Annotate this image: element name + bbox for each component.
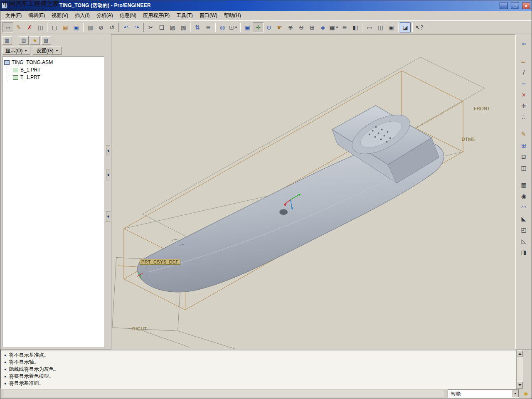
user-status-icon[interactable]: ◉: [522, 391, 529, 397]
hole-icon[interactable]: ◉: [518, 191, 529, 201]
model-tree[interactable]: TING_TONG.ASM B_1.PRT T_1.PRT: [2, 57, 104, 347]
datum-point-icon[interactable]: ×: [518, 89, 529, 100]
round-icon[interactable]: ◠: [518, 202, 529, 212]
favorites-tab-icon[interactable]: ★: [30, 36, 40, 45]
cut-icon[interactable]: ✂: [145, 22, 156, 32]
menu-file[interactable]: 文件(F): [2, 11, 25, 20]
reorient-icon[interactable]: ◈: [318, 22, 328, 32]
selection-filter-icon[interactable]: ⊡: [228, 22, 239, 32]
new-window-icon[interactable]: ▭: [364, 22, 375, 32]
minimize-button[interactable]: _: [500, 2, 508, 9]
menu-analysis[interactable]: 分析(A): [93, 11, 116, 20]
tile-windows-icon[interactable]: ◫: [375, 22, 386, 32]
tree-row[interactable]: T_1.PRT: [12, 74, 103, 81]
chamfer-icon[interactable]: ◣: [518, 213, 529, 224]
update-list-icon[interactable]: ≡: [203, 22, 214, 32]
paste-icon[interactable]: ▨: [167, 22, 178, 32]
sketch-tool-icon[interactable]: ▱: [2, 22, 13, 32]
menu-view[interactable]: 视图(V): [48, 11, 71, 20]
combo-dropdown-button[interactable]: [512, 390, 519, 397]
undo-icon[interactable]: ↶: [121, 22, 131, 32]
phone-model[interactable]: [138, 106, 444, 292]
mirror-icon[interactable]: ◨: [518, 247, 529, 257]
history-tab-icon[interactable]: ▧: [41, 36, 51, 45]
paste-special-icon[interactable]: ▧: [178, 22, 189, 32]
menu-insert[interactable]: 插入(I): [71, 11, 93, 20]
message-scrollbar[interactable]: [516, 350, 523, 389]
shell-icon[interactable]: ◰: [518, 224, 529, 235]
menu-help[interactable]: 帮助(H): [221, 11, 244, 20]
folder-browser-tab-icon[interactable]: ▤: [19, 36, 29, 45]
delete-old-versions-icon[interactable]: ↺: [106, 22, 117, 32]
saved-views-icon[interactable]: ▦: [328, 22, 339, 32]
datum-curve-icon[interactable]: ∼: [518, 78, 529, 89]
menu-tools[interactable]: 工具(T): [173, 11, 196, 20]
datum-axis-icon[interactable]: ∕: [518, 67, 529, 77]
maximize-button[interactable]: □: [511, 2, 519, 9]
menu-window[interactable]: 窗口(W): [196, 11, 221, 20]
open-file-icon[interactable]: ▤: [60, 22, 71, 32]
collapse-panel-button[interactable]: [106, 145, 110, 156]
message-line: ● 将要显示着色模型。: [4, 373, 512, 380]
repeat-component-icon[interactable]: ◫: [518, 163, 529, 173]
panel-splitter[interactable]: [105, 34, 111, 350]
layers-icon[interactable]: ≡: [339, 22, 350, 32]
scroll-track[interactable]: [517, 357, 523, 382]
close-button[interactable]: ×: [522, 2, 530, 9]
view-mode-icon[interactable]: ⊙: [264, 22, 274, 32]
erase-display-icon[interactable]: ⊘: [96, 22, 106, 32]
search-icon[interactable]: ◎: [217, 22, 228, 32]
pan-icon[interactable]: ☛: [274, 22, 285, 32]
datum-csys-icon[interactable]: ✛: [518, 101, 529, 111]
dtm5-plane-label[interactable]: DTM5: [462, 137, 475, 142]
graphics-area[interactable]: FRONT DTM5 PRT_CSYS_DEF RIGHT: [111, 34, 516, 350]
pattern-icon[interactable]: ▦: [518, 180, 529, 190]
zoom-fit-icon[interactable]: ⊞: [307, 22, 318, 32]
edit-tool-icon[interactable]: ✎: [13, 22, 24, 32]
csys-label[interactable]: PRT_CSYS_DEF: [140, 259, 180, 265]
collapse-panel-button[interactable]: [106, 211, 110, 222]
sketch-feature-icon[interactable]: ✎: [518, 129, 529, 139]
draft-icon[interactable]: ◺: [518, 236, 529, 246]
title-bar[interactable]: TING_TONG (活动的) - Pro/ENGINEER _ □ ×: [0, 0, 532, 11]
spin-center-icon[interactable]: ✛: [253, 22, 264, 32]
tree-root-row[interactable]: TING_TONG.ASM: [3, 59, 103, 66]
show-menu-button[interactable]: 显示(O): [2, 47, 30, 55]
menu-info[interactable]: 信息(N): [116, 11, 140, 20]
style-tool-icon[interactable]: ≈: [518, 39, 529, 49]
save-file-icon[interactable]: ▣: [71, 22, 81, 32]
view-manager-icon[interactable]: ◧: [350, 22, 361, 32]
new-file-icon[interactable]: ▢: [49, 22, 60, 32]
menu-edit[interactable]: 编辑(E): [25, 11, 48, 20]
delete-tool-icon[interactable]: ✗: [24, 22, 35, 32]
assemble-component-icon[interactable]: ⊞: [518, 140, 529, 150]
zoom-out-icon[interactable]: ⊖: [296, 22, 307, 32]
scroll-down-button[interactable]: [517, 382, 523, 388]
tree-root-label: TING_TONG.ASM: [12, 59, 53, 65]
repaint-icon[interactable]: ▣: [242, 22, 253, 32]
create-component-icon[interactable]: ⊟: [518, 151, 529, 162]
scroll-up-button[interactable]: [517, 350, 523, 357]
copy-icon[interactable]: ❏: [156, 22, 167, 32]
context-help-icon[interactable]: ↖?: [414, 22, 425, 32]
message-log: ● 将不显示基准点。 ● 将不显示轴。 ● 隐藏线将显示为灰色。 ● 将要显示着…: [0, 350, 516, 389]
right-plane-label[interactable]: RIGHT: [132, 326, 147, 331]
activate-window-icon[interactable]: ▣: [386, 22, 397, 32]
collapse-panel-button[interactable]: [106, 170, 110, 180]
print-icon[interactable]: ▥: [85, 22, 96, 32]
zoom-in-icon[interactable]: ⊕: [285, 22, 296, 32]
tree-row[interactable]: B_1.PRT: [12, 66, 103, 74]
shaded-model-icon[interactable]: ◪: [400, 22, 411, 32]
toolbar-separator: [83, 23, 84, 32]
selection-filter-combo[interactable]: 智能: [448, 389, 519, 398]
datum-plane-icon[interactable]: ▱: [518, 56, 529, 66]
menu-applications[interactable]: 应用程序(P): [140, 11, 173, 20]
offset-point-icon[interactable]: ∴: [518, 112, 529, 122]
regenerate-icon[interactable]: ⇅: [192, 22, 203, 32]
settings-menu-button[interactable]: 设置(G): [33, 47, 61, 55]
toolbar-separator: [362, 23, 363, 32]
front-plane-label[interactable]: FRONT: [474, 106, 490, 111]
redo-icon[interactable]: ↷: [131, 22, 142, 32]
model-tree-tab-icon[interactable]: ▦: [2, 36, 12, 45]
trim-tool-icon[interactable]: ◫: [35, 22, 46, 32]
